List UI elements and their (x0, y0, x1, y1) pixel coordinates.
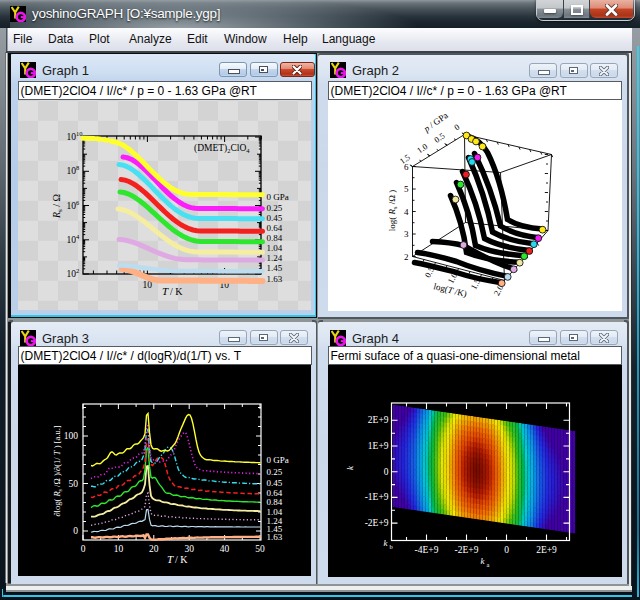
svg-text:10: 10 (76, 130, 83, 137)
svg-text:-1E+9: -1E+9 (364, 492, 388, 502)
svg-text:0.45: 0.45 (267, 478, 283, 488)
svg-text:0.64: 0.64 (267, 223, 283, 233)
svg-text:0.84: 0.84 (267, 497, 283, 507)
svg-text:20: 20 (149, 544, 159, 554)
svg-text:0: 0 (452, 121, 461, 132)
svg-text:0.25: 0.25 (267, 467, 283, 477)
svg-text:6: 6 (404, 161, 409, 171)
svg-text:2: 2 (76, 267, 79, 274)
svg-text:a: a (486, 561, 489, 568)
svg-text:0: 0 (81, 544, 86, 554)
svg-text:100: 100 (64, 431, 79, 441)
svg-text:2: 2 (404, 251, 409, 261)
svg-text:0 GPa: 0 GPa (267, 192, 289, 202)
svg-text:6: 6 (76, 199, 80, 206)
svg-text:0.5: 0.5 (432, 130, 446, 144)
svg-text:1.63: 1.63 (267, 274, 283, 284)
svg-text:0.84: 0.84 (267, 233, 283, 243)
svg-text:-2E+9: -2E+9 (364, 518, 388, 528)
svg-text:0.45: 0.45 (267, 213, 283, 223)
svg-text:log( Rs /Ω ): log( Rs /Ω ) (386, 189, 397, 230)
svg-text:1E+9: 1E+9 (367, 441, 388, 451)
svg-text:8: 8 (76, 164, 79, 171)
svg-text:1.04: 1.04 (267, 243, 283, 253)
svg-text:4: 4 (76, 233, 80, 240)
svg-text:0: 0 (504, 545, 509, 555)
svg-text:k: k (480, 556, 485, 566)
svg-text:10: 10 (114, 544, 124, 554)
svg-text:0: 0 (383, 467, 388, 477)
svg-text:10: 10 (67, 201, 77, 211)
svg-text:4: 4 (404, 206, 409, 216)
svg-text:40: 40 (220, 544, 230, 554)
svg-text:1.0: 1.0 (414, 141, 428, 155)
svg-text:(DMET)2ClO4: (DMET)2ClO4 (194, 143, 250, 154)
svg-text:10: 10 (67, 166, 77, 176)
svg-text:10: 10 (67, 132, 77, 142)
svg-text:T: T (167, 553, 174, 565)
svg-text:10: 10 (67, 235, 77, 245)
svg-text:2E+9: 2E+9 (367, 415, 388, 425)
svg-text:1.45: 1.45 (267, 263, 283, 273)
svg-text:-2E+9: -2E+9 (454, 545, 478, 555)
svg-text:k: k (344, 465, 354, 470)
svg-text:30: 30 (184, 544, 194, 554)
svg-text:/ K: / K (170, 286, 183, 297)
svg-text:-4E+9: -4E+9 (414, 545, 438, 555)
svg-text:3: 3 (404, 229, 409, 239)
svg-text:50: 50 (69, 479, 79, 489)
svg-text:0: 0 (73, 526, 78, 536)
svg-text:1.24: 1.24 (267, 253, 283, 263)
svg-text:0 GPa: 0 GPa (267, 455, 289, 465)
svg-text:1.63: 1.63 (267, 532, 283, 542)
svg-text:p / GPa: p / GPa (421, 110, 450, 134)
svg-text:10: 10 (67, 269, 77, 279)
svg-text:5: 5 (404, 184, 409, 194)
svg-text:b: b (389, 543, 392, 550)
svg-text:k: k (383, 538, 388, 548)
svg-text:0.64: 0.64 (267, 488, 283, 498)
svg-text:/ K: / K (175, 554, 188, 565)
svg-text:Rs / Ω: Rs / Ω (51, 194, 64, 219)
svg-text:T: T (162, 285, 169, 297)
svg-text:0.25: 0.25 (267, 203, 283, 213)
svg-text:50: 50 (255, 544, 265, 554)
svg-text:2E+9: 2E+9 (536, 545, 557, 555)
svg-text:∂log( Rs /Ω )/∂(1/ T ) [a.u.]: ∂log( Rs /Ω )/∂(1/ T ) [a.u.] (52, 425, 63, 516)
